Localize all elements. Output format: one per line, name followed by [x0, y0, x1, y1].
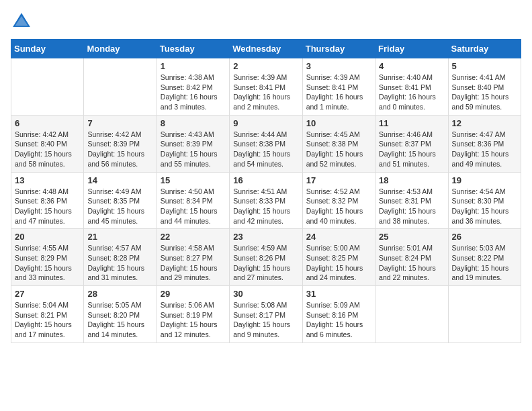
day-number: 15 — [161, 175, 226, 185]
day-info: Sunrise: 4:40 AM Sunset: 8:41 PM Dayligh… — [379, 73, 444, 112]
day-info: Sunrise: 5:04 AM Sunset: 8:21 PM Dayligh… — [15, 300, 80, 340]
logo-icon — [11, 11, 32, 32]
day-number: 30 — [233, 289, 298, 299]
day-number: 7 — [87, 118, 152, 128]
calendar-cell: 26Sunrise: 5:03 AM Sunset: 8:22 PM Dayli… — [448, 229, 521, 286]
weekday-header-friday: Friday — [375, 40, 448, 58]
day-number: 5 — [452, 61, 517, 71]
calendar-cell: 13Sunrise: 4:48 AM Sunset: 8:36 PM Dayli… — [11, 172, 84, 229]
calendar-cell: 20Sunrise: 4:55 AM Sunset: 8:29 PM Dayli… — [11, 229, 84, 286]
calendar-week-row: 1Sunrise: 4:38 AM Sunset: 8:42 PM Daylig… — [11, 58, 521, 116]
day-number: 21 — [87, 232, 152, 242]
day-info: Sunrise: 4:49 AM Sunset: 8:35 PM Dayligh… — [87, 187, 152, 226]
calendar-cell: 11Sunrise: 4:46 AM Sunset: 8:37 PM Dayli… — [375, 115, 448, 172]
calendar-header: SundayMondayTuesdayWednesdayThursdayFrid… — [11, 40, 521, 58]
day-number: 8 — [161, 118, 226, 128]
day-number: 28 — [87, 289, 152, 299]
day-info: Sunrise: 4:57 AM Sunset: 8:28 PM Dayligh… — [87, 243, 152, 283]
calendar-cell: 14Sunrise: 4:49 AM Sunset: 8:35 PM Dayli… — [84, 172, 157, 229]
day-number: 23 — [233, 232, 298, 242]
day-info: Sunrise: 4:58 AM Sunset: 8:27 PM Dayligh… — [161, 243, 226, 283]
day-info: Sunrise: 4:43 AM Sunset: 8:39 PM Dayligh… — [161, 130, 226, 169]
day-info: Sunrise: 4:42 AM Sunset: 8:40 PM Dayligh… — [15, 130, 80, 169]
day-info: Sunrise: 4:54 AM Sunset: 8:30 PM Dayligh… — [452, 187, 517, 226]
day-info: Sunrise: 5:03 AM Sunset: 8:22 PM Dayligh… — [452, 243, 517, 283]
day-info: Sunrise: 4:38 AM Sunset: 8:42 PM Dayligh… — [161, 73, 226, 112]
day-number: 29 — [161, 289, 226, 299]
day-info: Sunrise: 5:06 AM Sunset: 8:19 PM Dayligh… — [161, 300, 226, 340]
calendar-cell: 16Sunrise: 4:51 AM Sunset: 8:33 PM Dayli… — [230, 172, 302, 229]
day-info: Sunrise: 4:39 AM Sunset: 8:41 PM Dayligh… — [233, 73, 298, 112]
calendar-cell: 2Sunrise: 4:39 AM Sunset: 8:41 PM Daylig… — [230, 58, 302, 116]
day-info: Sunrise: 4:47 AM Sunset: 8:36 PM Dayligh… — [452, 130, 517, 169]
day-number: 27 — [15, 289, 80, 299]
calendar-cell: 17Sunrise: 4:52 AM Sunset: 8:32 PM Dayli… — [302, 172, 375, 229]
day-number: 24 — [306, 232, 371, 242]
weekday-header-monday: Monday — [84, 40, 157, 58]
logo — [11, 11, 35, 32]
day-info: Sunrise: 4:59 AM Sunset: 8:26 PM Dayligh… — [233, 243, 298, 283]
day-info: Sunrise: 5:09 AM Sunset: 8:16 PM Dayligh… — [306, 300, 371, 340]
calendar-cell: 30Sunrise: 5:08 AM Sunset: 8:17 PM Dayli… — [230, 286, 302, 343]
calendar-cell: 29Sunrise: 5:06 AM Sunset: 8:19 PM Dayli… — [157, 286, 229, 343]
day-number: 4 — [379, 61, 444, 71]
calendar-table: SundayMondayTuesdayWednesdayThursdayFrid… — [11, 39, 521, 343]
calendar-cell: 25Sunrise: 5:01 AM Sunset: 8:24 PM Dayli… — [375, 229, 448, 286]
weekday-header-thursday: Thursday — [302, 40, 375, 58]
calendar-cell — [375, 286, 448, 343]
calendar-cell: 23Sunrise: 4:59 AM Sunset: 8:26 PM Dayli… — [230, 229, 302, 286]
calendar-cell: 18Sunrise: 4:53 AM Sunset: 8:31 PM Dayli… — [375, 172, 448, 229]
calendar-cell: 10Sunrise: 4:45 AM Sunset: 8:38 PM Dayli… — [302, 115, 375, 172]
day-number: 18 — [379, 175, 444, 185]
day-number: 11 — [379, 118, 444, 128]
calendar-cell: 28Sunrise: 5:05 AM Sunset: 8:20 PM Dayli… — [84, 286, 157, 343]
calendar-cell: 1Sunrise: 4:38 AM Sunset: 8:42 PM Daylig… — [157, 58, 229, 116]
calendar-cell: 3Sunrise: 4:39 AM Sunset: 8:41 PM Daylig… — [302, 58, 375, 116]
calendar-cell — [84, 58, 157, 116]
calendar-cell: 22Sunrise: 4:58 AM Sunset: 8:27 PM Dayli… — [157, 229, 229, 286]
calendar-cell — [11, 58, 84, 116]
calendar-cell: 4Sunrise: 4:40 AM Sunset: 8:41 PM Daylig… — [375, 58, 448, 116]
calendar-cell: 5Sunrise: 4:41 AM Sunset: 8:40 PM Daylig… — [448, 58, 521, 116]
weekday-header-row: SundayMondayTuesdayWednesdayThursdayFrid… — [11, 40, 521, 58]
calendar-cell — [448, 286, 521, 343]
calendar-cell: 31Sunrise: 5:09 AM Sunset: 8:16 PM Dayli… — [302, 286, 375, 343]
day-number: 19 — [452, 175, 517, 185]
day-number: 14 — [87, 175, 152, 185]
day-info: Sunrise: 4:53 AM Sunset: 8:31 PM Dayligh… — [379, 187, 444, 226]
day-info: Sunrise: 5:01 AM Sunset: 8:24 PM Dayligh… — [379, 243, 444, 283]
day-number: 12 — [452, 118, 517, 128]
day-info: Sunrise: 4:41 AM Sunset: 8:40 PM Dayligh… — [452, 73, 517, 112]
calendar-week-row: 27Sunrise: 5:04 AM Sunset: 8:21 PM Dayli… — [11, 286, 521, 343]
calendar-cell: 12Sunrise: 4:47 AM Sunset: 8:36 PM Dayli… — [448, 115, 521, 172]
day-info: Sunrise: 5:00 AM Sunset: 8:25 PM Dayligh… — [306, 243, 371, 283]
weekday-header-sunday: Sunday — [11, 40, 84, 58]
calendar-cell: 7Sunrise: 4:42 AM Sunset: 8:39 PM Daylig… — [84, 115, 157, 172]
day-number: 26 — [452, 232, 517, 242]
day-info: Sunrise: 4:45 AM Sunset: 8:38 PM Dayligh… — [306, 130, 371, 169]
page-header — [11, 11, 521, 32]
calendar-body: 1Sunrise: 4:38 AM Sunset: 8:42 PM Daylig… — [11, 58, 521, 343]
calendar-cell: 8Sunrise: 4:43 AM Sunset: 8:39 PM Daylig… — [157, 115, 229, 172]
calendar-cell: 9Sunrise: 4:44 AM Sunset: 8:38 PM Daylig… — [230, 115, 302, 172]
day-number: 1 — [161, 61, 226, 71]
day-info: Sunrise: 4:46 AM Sunset: 8:37 PM Dayligh… — [379, 130, 444, 169]
day-info: Sunrise: 4:50 AM Sunset: 8:34 PM Dayligh… — [161, 187, 226, 226]
day-number: 31 — [306, 289, 371, 299]
weekday-header-tuesday: Tuesday — [157, 40, 229, 58]
day-info: Sunrise: 4:55 AM Sunset: 8:29 PM Dayligh… — [15, 243, 80, 283]
day-number: 20 — [15, 232, 80, 242]
calendar-cell: 27Sunrise: 5:04 AM Sunset: 8:21 PM Dayli… — [11, 286, 84, 343]
day-number: 6 — [15, 118, 80, 128]
calendar-cell: 6Sunrise: 4:42 AM Sunset: 8:40 PM Daylig… — [11, 115, 84, 172]
weekday-header-saturday: Saturday — [448, 40, 521, 58]
day-info: Sunrise: 4:52 AM Sunset: 8:32 PM Dayligh… — [306, 187, 371, 226]
day-info: Sunrise: 5:08 AM Sunset: 8:17 PM Dayligh… — [233, 300, 298, 340]
calendar-week-row: 20Sunrise: 4:55 AM Sunset: 8:29 PM Dayli… — [11, 229, 521, 286]
day-info: Sunrise: 4:48 AM Sunset: 8:36 PM Dayligh… — [15, 187, 80, 226]
day-number: 2 — [233, 61, 298, 71]
day-number: 13 — [15, 175, 80, 185]
day-info: Sunrise: 4:44 AM Sunset: 8:38 PM Dayligh… — [233, 130, 298, 169]
day-info: Sunrise: 4:42 AM Sunset: 8:39 PM Dayligh… — [87, 130, 152, 169]
day-number: 9 — [233, 118, 298, 128]
